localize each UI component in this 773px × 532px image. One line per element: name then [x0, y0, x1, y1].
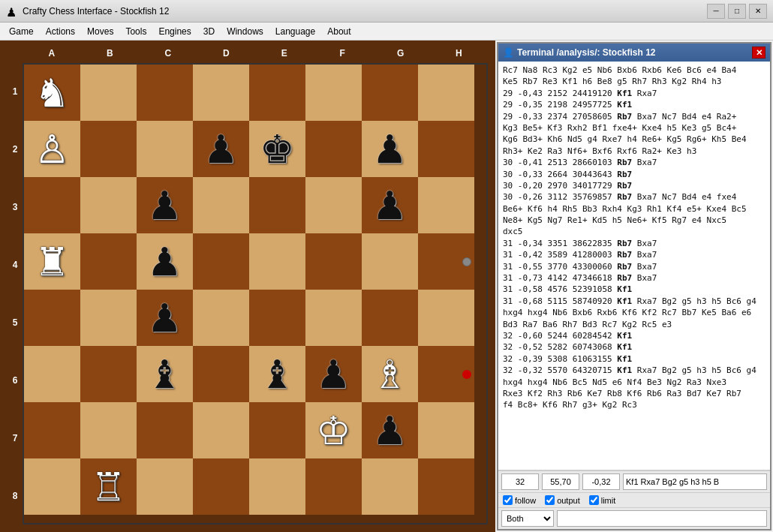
cell-A7[interactable]: ♙: [24, 121, 80, 177]
cell-E2[interactable]: [249, 402, 305, 458]
piece-black-C5[interactable]: ♟: [147, 242, 182, 281]
cell-A6[interactable]: [24, 177, 80, 233]
cell-A1[interactable]: [24, 458, 80, 515]
menu-moves[interactable]: Moves: [81, 25, 119, 38]
menu-engines[interactable]: Engines: [152, 25, 197, 38]
menu-about[interactable]: About: [321, 25, 356, 38]
cell-B1[interactable]: ♖: [80, 458, 137, 515]
depth-input[interactable]: [501, 473, 539, 490]
score-input[interactable]: [542, 473, 579, 490]
cell-A4[interactable]: [24, 290, 80, 346]
terminal-close-button[interactable]: ✕: [752, 47, 765, 59]
piece-white-A8[interactable]: ♞: [35, 74, 70, 113]
cell-E4[interactable]: [249, 290, 305, 346]
close-button[interactable]: ✕: [749, 4, 767, 19]
cell-D2[interactable]: [193, 402, 249, 458]
cell-E1[interactable]: [249, 458, 305, 515]
cell-G2[interactable]: ♟: [362, 402, 418, 458]
cell-B7[interactable]: [80, 121, 137, 177]
cell-G5[interactable]: [362, 233, 418, 290]
cell-H4[interactable]: [418, 290, 474, 346]
command-input[interactable]: [557, 510, 767, 527]
output-checkbox[interactable]: [545, 495, 555, 505]
cell-F1[interactable]: [305, 458, 362, 515]
cell-F7[interactable]: [305, 121, 362, 177]
cell-F5[interactable]: [305, 233, 362, 290]
minimize-button[interactable]: ─: [707, 4, 725, 19]
piece-white-A7[interactable]: ♙: [35, 130, 70, 169]
limit-checkbox-label[interactable]: limit: [589, 495, 616, 505]
piece-black-C4[interactable]: ♟: [147, 299, 182, 338]
cell-F8[interactable]: [305, 65, 362, 121]
cell-E3[interactable]: ♝: [249, 346, 305, 402]
cell-D7[interactable]: ♟: [193, 121, 249, 177]
follow-checkbox[interactable]: [503, 495, 513, 505]
eval-input[interactable]: [582, 473, 620, 490]
cell-B8[interactable]: [80, 65, 137, 121]
cell-D1[interactable]: [193, 458, 249, 515]
cell-C7[interactable]: [137, 121, 193, 177]
output-checkbox-label[interactable]: output: [545, 495, 580, 505]
cell-E5[interactable]: [249, 233, 305, 290]
cell-H1[interactable]: [418, 458, 474, 515]
piece-black-E7[interactable]: ♚: [260, 130, 295, 169]
cell-C2[interactable]: [137, 402, 193, 458]
cell-C4[interactable]: ♟: [137, 290, 193, 346]
cell-C6[interactable]: ♟: [137, 177, 193, 233]
cell-D4[interactable]: [193, 290, 249, 346]
cell-C3[interactable]: ♝: [137, 346, 193, 402]
cell-B3[interactable]: [80, 346, 137, 402]
limit-checkbox[interactable]: [589, 495, 599, 505]
cell-G7[interactable]: ♟: [362, 121, 418, 177]
cell-G3[interactable]: ♗: [362, 346, 418, 402]
cell-F2[interactable]: ♔: [305, 402, 362, 458]
cell-D6[interactable]: [193, 177, 249, 233]
piece-black-G6[interactable]: ♟: [372, 186, 408, 225]
cell-C1[interactable]: [137, 458, 193, 515]
cell-A5[interactable]: ♜: [24, 233, 80, 290]
cell-G4[interactable]: [362, 290, 418, 346]
cell-E6[interactable]: [249, 177, 305, 233]
cell-H7[interactable]: [418, 121, 474, 177]
menu-game[interactable]: Game: [3, 25, 40, 38]
piece-white-A5[interactable]: ♜: [35, 242, 70, 281]
piece-black-E3[interactable]: ♝: [260, 355, 295, 394]
cell-A8[interactable]: ♞: [24, 65, 80, 121]
cell-A2[interactable]: [24, 402, 80, 458]
cell-D5[interactable]: [193, 233, 249, 290]
cell-H8[interactable]: [418, 65, 474, 121]
cell-C8[interactable]: [137, 65, 193, 121]
piece-white-B1[interactable]: ♖: [91, 467, 126, 506]
cell-E8[interactable]: [249, 65, 305, 121]
cell-D8[interactable]: [193, 65, 249, 121]
menu-tools[interactable]: Tools: [119, 25, 152, 38]
piece-black-F3[interactable]: ♟: [316, 355, 351, 394]
cell-H6[interactable]: [418, 177, 474, 233]
cell-H3[interactable]: [418, 346, 474, 402]
cell-B5[interactable]: [80, 233, 137, 290]
piece-black-C3[interactable]: ♝: [147, 355, 182, 394]
menu-windows[interactable]: Windows: [221, 25, 269, 38]
cell-F6[interactable]: [305, 177, 362, 233]
follow-checkbox-label[interactable]: follow: [503, 495, 536, 505]
piece-black-C6[interactable]: ♟: [147, 186, 182, 225]
maximize-button[interactable]: □: [728, 4, 746, 19]
piece-black-G2[interactable]: ♟: [372, 411, 408, 450]
cell-E7[interactable]: ♚: [249, 121, 305, 177]
menu-language[interactable]: Language: [269, 25, 321, 38]
cell-H2[interactable]: [418, 402, 474, 458]
cell-G1[interactable]: [362, 458, 418, 515]
cell-C5[interactable]: ♟: [137, 233, 193, 290]
move-input[interactable]: [623, 473, 767, 490]
cell-G6[interactable]: ♟: [362, 177, 418, 233]
terminal-output[interactable]: Rc7 Na8 Rc3 Kg2 e5 Nb6 Bxb6 Rxb6 Ke6 Bc6…: [498, 62, 770, 470]
cell-F3[interactable]: ♟: [305, 346, 362, 402]
piece-black-G7[interactable]: ♟: [372, 130, 408, 169]
piece-black-D7[interactable]: ♟: [203, 130, 239, 169]
piece-white-G3[interactable]: ♗: [372, 355, 408, 394]
cell-G8[interactable]: [362, 65, 418, 121]
cell-B4[interactable]: [80, 290, 137, 346]
side-select[interactable]: Both White Black: [501, 510, 554, 527]
piece-white-F2[interactable]: ♔: [316, 411, 351, 450]
cell-F4[interactable]: [305, 290, 362, 346]
